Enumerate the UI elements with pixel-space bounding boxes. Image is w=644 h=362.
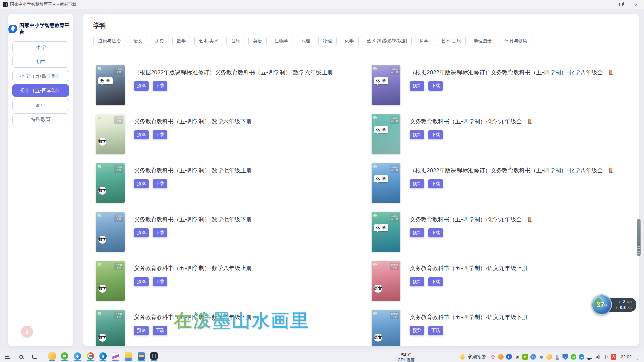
notifications-icon[interactable] [636,355,641,359]
subject-tab[interactable]: 艺术·美术 [194,36,223,46]
archive-app-icon[interactable] [136,352,146,362]
edge-icon[interactable]: e [98,352,108,362]
preview-button[interactable]: 预览 [410,130,424,139]
app-360-icon[interactable] [47,352,57,362]
usb-icon[interactable]: ψ [538,354,544,360]
sidebar-item[interactable]: 小学 [12,41,69,53]
cpu-temp-widget[interactable]: 54℃ CPU温度 [384,351,428,362]
preview-button[interactable]: 预览 [410,228,424,237]
preview-button[interactable]: 预览 [134,228,149,237]
wechat-tray-icon[interactable]: ✉ [571,354,576,360]
subject-tab[interactable]: 地理 [297,36,315,46]
clock[interactable]: 22:02 [621,354,632,359]
sidebar-item[interactable]: 小学（五•四学制） [12,70,69,82]
record-icon[interactable]: ◉ [514,354,520,360]
preview-button[interactable]: 预览 [134,326,149,335]
book-cover[interactable]: 九年级 下册 语文 [372,310,400,346]
subject-tab[interactable]: 数学 [172,36,191,46]
download-button[interactable]: 下载 [153,228,167,237]
download-button[interactable]: 下载 [153,326,167,335]
subject-tab[interactable]: 科学 [415,36,433,46]
sidebar-item[interactable]: 初中（五•四学制） [12,84,69,97]
preview-button[interactable]: 预览 [134,277,149,286]
preview-button[interactable]: 预览 [134,81,149,90]
subject-tab[interactable]: 物理 [318,36,337,46]
book-cover[interactable]: 七年级 上册 数学 [96,163,125,203]
book-cover[interactable]: 八年级 下册 数学 [96,310,125,346]
subject-tab[interactable]: 化学 [340,36,359,46]
sidebar-item[interactable]: 高中 [12,99,69,111]
subject-tab[interactable]: 音乐 [226,36,245,46]
preview-button[interactable]: 预览 [410,277,424,286]
download-button[interactable]: 下载 [428,277,443,286]
media-app-icon[interactable] [111,352,121,362]
subject-tab[interactable]: 语文 [129,36,147,46]
preview-button[interactable]: 预览 [410,179,424,188]
download-button[interactable]: 下载 [428,179,443,188]
download-button[interactable]: 下载 [153,130,167,139]
book-cover[interactable]: 八年级 全一册 化 学 [372,163,400,203]
start-button[interactable] [2,352,13,362]
scrollbar-handle[interactable] [637,219,641,256]
book-cover[interactable]: 七年级 下册 数学 [96,212,125,252]
download-button[interactable]: 下载 [428,228,443,237]
network-icon[interactable] [587,354,592,360]
sogou-icon[interactable]: S [611,354,616,360]
book-cover[interactable]: 九年级 全一册 化 学 [372,212,400,252]
code-app-icon [150,352,158,360]
chrome-icon[interactable] [85,352,95,362]
subject-tab[interactable]: 生物学 [270,36,293,46]
tray-l-icon[interactable]: L [506,354,512,360]
search-button[interactable] [15,352,27,362]
weather-alert[interactable]: 寒潮预警 [459,354,486,360]
minimize-button[interactable]: — [598,0,613,9]
browser-360-icon[interactable]: e [72,352,83,362]
wechat-icon[interactable] [60,352,70,362]
book-cover[interactable]: 六年级 上册 数 学 [96,65,125,105]
download-button[interactable]: 下载 [428,81,443,90]
tray-orange-icon[interactable] [498,354,504,360]
info-icon[interactable]: i [21,326,33,338]
code-app-icon[interactable] [149,352,159,362]
subject-tab[interactable]: 历史 [151,36,169,46]
book-cover[interactable]: 六年级 下册 数学 [96,114,125,154]
subject-tab[interactable]: 艺术·舞蹈/影视/戏剧 [362,36,412,46]
book-cover[interactable]: 九年级 上册 语文 [372,261,400,301]
download-button[interactable]: 下载 [428,326,443,335]
volume-icon[interactable]: ◀)) [595,354,600,360]
download-button[interactable]: 下载 [153,277,167,286]
tray-smiley-icon[interactable]: ☺ [530,354,536,360]
cloud-app-icon[interactable]: ☁ [579,354,584,360]
preview-button[interactable]: 预览 [134,130,149,139]
subject-tab[interactable]: 地理图册 [469,36,496,46]
book-info: 义务教育教科书（五•四学制）·语文九年级上册 预览 下载 [410,261,528,310]
photos-flower-icon[interactable]: ✿ [490,354,496,360]
book-cover[interactable]: 九年级 全一册 化 学 [372,114,400,154]
security-shield-icon[interactable]: ✓ [562,354,568,360]
subject-tab[interactable]: 英语 [248,36,267,46]
gpu-icon[interactable]: n [522,354,528,360]
maximize-button[interactable] [613,0,629,9]
net-speed-ball[interactable]: 37% [591,294,612,315]
subject-tab[interactable]: 艺术·音乐 [437,36,466,46]
thermometer-icon[interactable] [554,354,560,360]
preview-button[interactable]: 预览 [410,326,424,335]
download-button[interactable]: 下载 [153,179,167,188]
close-button[interactable]: × [629,0,644,9]
task-view-button[interactable] [29,352,40,362]
book-cover[interactable]: 八年级 全一册 化 学 [372,65,400,105]
sidebar-item[interactable]: 特殊教育 [12,113,69,125]
book-cover[interactable]: 八年级 上册 数学 [96,261,125,301]
tray-fox-icon[interactable] [546,354,552,360]
ime-indicator[interactable]: 中 [603,354,608,360]
download-button[interactable]: 下载 [153,81,167,90]
subject-tab[interactable]: 道德与法治 [93,36,125,46]
sidebar-item[interactable]: 初中 [12,56,69,68]
preview-button[interactable]: 预览 [134,179,149,188]
download-button[interactable]: 下载 [428,130,443,139]
subject-tab[interactable]: 体育与健康 [500,36,532,46]
file-explorer-icon[interactable] [123,352,133,362]
net-speed-widget[interactable]: 37% ▲ 2 M/s ▼ 0.3 K/s [591,294,636,315]
main-panel: 学科 道德与法治 语文 历史 数学 艺术·美术 音乐 英语 生物学 地理 物理 … [83,14,639,346]
preview-button[interactable]: 预览 [410,81,424,90]
